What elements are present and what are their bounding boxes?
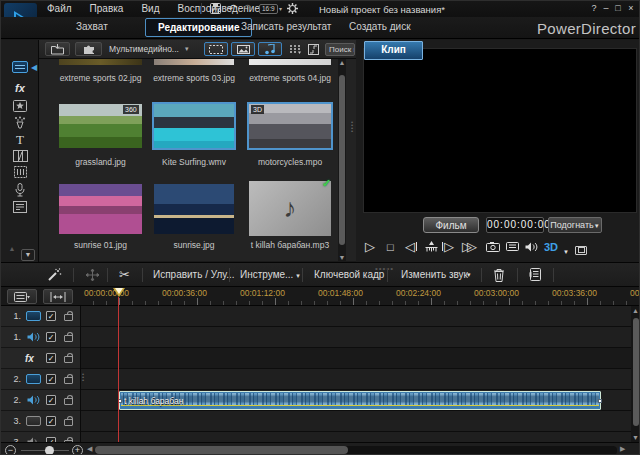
- track-lane-3-audio[interactable]: [81, 432, 631, 442]
- tab-create-disc[interactable]: Создать диск: [349, 21, 411, 32]
- lock-icon[interactable]: [64, 398, 73, 405]
- media-thumbnail[interactable]: [59, 184, 142, 234]
- timeline-ruler[interactable]: 00:00:00:00 00:00:36:00 00:01:12:00 00:0…: [1, 287, 640, 306]
- audio-mixing-room-icon[interactable]: [1, 166, 39, 178]
- tab-movie[interactable]: Фильм: [423, 217, 479, 233]
- track-enable-checkbox[interactable]: [46, 374, 56, 384]
- volume-keyframe-line[interactable]: [121, 405, 599, 407]
- track-header-2-audio[interactable]: 2.: [1, 390, 81, 411]
- notes-script-icon[interactable]: [529, 268, 542, 281]
- track-header-3-audio[interactable]: 3.: [1, 432, 81, 442]
- scroll-left-icon[interactable]: ◀: [87, 445, 92, 453]
- magic-wand-icon[interactable]: [47, 268, 62, 282]
- media-thumbnail[interactable]: [154, 104, 234, 148]
- filter-music-button[interactable]: [258, 42, 282, 56]
- library-search-input[interactable]: Поиск в би: [325, 43, 355, 56]
- chapter-room-icon[interactable]: [1, 201, 39, 213]
- tab-capture[interactable]: Захват: [76, 21, 108, 32]
- fix-enhance-button[interactable]: Исправить / Улу...: [153, 269, 235, 280]
- range-select-button[interactable]: [43, 289, 73, 304]
- track-header-3-video[interactable]: 3.: [1, 411, 81, 432]
- split-scissors-icon[interactable]: ✂: [119, 267, 130, 282]
- fit-zoom-dropdown[interactable]: Подогнать▼: [548, 217, 602, 233]
- play-button[interactable]: ▷: [365, 238, 375, 256]
- snapshot-camera-icon[interactable]: [486, 242, 500, 252]
- transition-room-icon[interactable]: [1, 150, 39, 162]
- media-thumbnail[interactable]: [59, 59, 142, 65]
- track-enable-checkbox[interactable]: [46, 416, 56, 426]
- maximize-button[interactable]: □: [613, 3, 623, 13]
- 3d-toggle-button[interactable]: 3D: [544, 238, 558, 256]
- media-thumbnail[interactable]: [249, 59, 331, 65]
- lock-icon[interactable]: [64, 314, 73, 321]
- next-frame-button[interactable]: ▷: [442, 238, 454, 256]
- help-button[interactable]: ?: [589, 3, 599, 13]
- media-thumbnail[interactable]: [154, 184, 234, 234]
- settings-gear-icon[interactable]: [287, 3, 298, 14]
- preview-video-area[interactable]: [363, 48, 637, 213]
- clip-trim-handle-right[interactable]: [598, 399, 602, 403]
- track-group-handle[interactable]: •••: [82, 373, 85, 382]
- track-header-fx[interactable]: fx: [1, 348, 81, 369]
- menu-file[interactable]: Файл: [43, 1, 76, 16]
- menu-edit[interactable]: Правка: [86, 1, 128, 16]
- zoom-in-button[interactable]: +: [72, 445, 83, 455]
- redo-icon[interactable]: ↷: [244, 2, 253, 15]
- undock-preview-icon[interactable]: [575, 242, 587, 260]
- tab-clip[interactable]: Клип: [364, 41, 423, 60]
- track-lane-2-audio[interactable]: t killah барабан: [81, 390, 631, 411]
- zoom-out-button[interactable]: −: [5, 445, 16, 455]
- audio-clip[interactable]: t killah барабан: [119, 391, 601, 410]
- minimize-button[interactable]: –: [601, 3, 611, 13]
- zoom-slider-handle[interactable]: [45, 446, 54, 455]
- edit-audio-dropdown-button[interactable]: Изменить звук: [401, 269, 468, 280]
- media-thumbnail-audio[interactable]: ♪: [249, 181, 331, 236]
- volume-speaker-icon[interactable]: [525, 242, 538, 252]
- stop-button[interactable]: □: [387, 238, 394, 256]
- menu-view[interactable]: Вид: [137, 1, 163, 16]
- playhead-marker[interactable]: [113, 288, 125, 297]
- chevron-down-icon[interactable]: ▾: [467, 271, 471, 279]
- keyframe-button[interactable]: Ключевой кадр: [314, 269, 384, 280]
- close-button[interactable]: ×: [626, 3, 636, 13]
- track-lane-1-video[interactable]: [81, 306, 631, 327]
- trash-icon[interactable]: [493, 268, 505, 282]
- timeline-tracks-area[interactable]: ••• t killah барабан: [81, 306, 631, 442]
- timeline-h-scrollbar[interactable]: [95, 446, 617, 455]
- 3d-dropdown-arrow[interactable]: ▼: [563, 243, 569, 261]
- track-header-1-video[interactable]: 1.: [1, 306, 81, 327]
- lock-icon[interactable]: [64, 335, 73, 342]
- particle-room-icon[interactable]: [1, 116, 39, 129]
- lock-icon[interactable]: [64, 356, 73, 363]
- track-header-2-video[interactable]: 2.: [1, 369, 81, 390]
- tab-edit[interactable]: Редактирование: [145, 18, 252, 37]
- filter-photo-button[interactable]: [231, 42, 255, 56]
- media-thumbnail[interactable]: [154, 59, 234, 65]
- track-enable-checkbox[interactable]: [46, 353, 56, 363]
- plugins-button[interactable]: [75, 42, 102, 56]
- panel-splitter-handle[interactable]: ••••: [351, 121, 354, 133]
- library-filter-dropdown[interactable]: Мультимедийно...▾: [105, 42, 199, 56]
- previous-frame-button[interactable]: ◁: [405, 238, 417, 256]
- lock-icon[interactable]: [64, 377, 73, 384]
- tools-dropdown-button[interactable]: Инструме... ▾: [240, 269, 300, 280]
- track-header-1-audio[interactable]: 1.: [1, 327, 81, 348]
- track-enable-checkbox[interactable]: [46, 332, 56, 342]
- pip-objects-room-icon[interactable]: [1, 100, 39, 112]
- aspect-dropdown-arrow[interactable]: ▾: [279, 5, 282, 12]
- track-manager-button[interactable]: [7, 289, 37, 304]
- library-menu-button[interactable]: [289, 44, 302, 55]
- aspect-ratio-button[interactable]: 16:9: [259, 4, 278, 14]
- effects-room-icon[interactable]: fx: [1, 82, 39, 94]
- filter-video-button[interactable]: [204, 42, 228, 56]
- resize-thumbnails-button[interactable]: [308, 44, 319, 55]
- title-room-icon[interactable]: T: [1, 132, 39, 148]
- track-enable-checkbox[interactable]: [46, 395, 56, 405]
- track-enable-checkbox[interactable]: [46, 311, 56, 321]
- track-lane-1-audio[interactable]: [81, 327, 631, 348]
- track-lane-3-video[interactable]: [81, 411, 631, 432]
- seek-marker-button[interactable]: [425, 241, 438, 253]
- fast-forward-button[interactable]: ▷▷: [462, 238, 472, 256]
- track-lane-fx[interactable]: [81, 348, 631, 369]
- preview-quality-icon[interactable]: [506, 242, 519, 251]
